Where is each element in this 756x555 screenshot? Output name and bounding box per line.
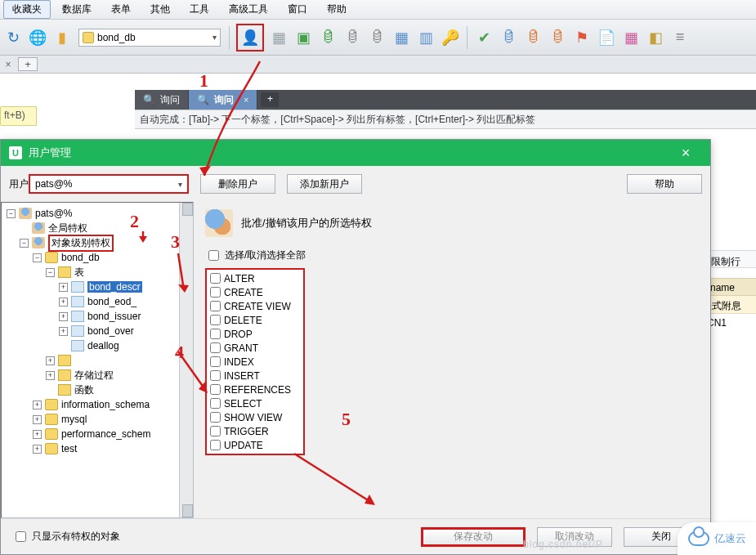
tree-table[interactable]: bond_issuer: [87, 311, 141, 322]
tree-db[interactable]: test: [61, 443, 77, 454]
query-tab-add[interactable]: +: [261, 92, 279, 107]
expand-toggle[interactable]: +: [33, 430, 42, 439]
tree-tables[interactable]: 表: [74, 266, 84, 280]
priv-item[interactable]: CREATE VIEW: [210, 299, 300, 313]
user-combobox[interactable]: pats@% ▾: [29, 174, 189, 194]
expand-toggle[interactable]: +: [59, 298, 68, 307]
only-priv-checkbox[interactable]: 只显示有特权的对象: [12, 529, 120, 544]
select-all-input[interactable]: [208, 250, 219, 261]
priv-item[interactable]: UPDATE: [210, 438, 300, 452]
expand-toggle[interactable]: +: [59, 283, 68, 292]
expand-toggle[interactable]: +: [33, 415, 42, 424]
expand-toggle[interactable]: +: [59, 312, 68, 321]
menu-tools[interactable]: 工具: [181, 1, 217, 18]
expand-toggle[interactable]: −: [7, 209, 16, 218]
panel-icon[interactable]: ◧: [646, 28, 665, 47]
menu-database[interactable]: 数据库: [54, 1, 100, 18]
object-tree[interactable]: −pats@% 全局特权 −对象级别特权 −bond_db −表 +bond_d…: [1, 202, 194, 518]
tree-db[interactable]: performance_schem: [61, 428, 150, 440]
priv-checkbox[interactable]: [210, 398, 221, 409]
query-tab-2[interactable]: 🔍 询问 ×: [189, 90, 257, 110]
priv-checkbox[interactable]: [210, 287, 221, 298]
add-user-button[interactable]: 添加新用户: [287, 174, 362, 194]
db-backup-icon[interactable]: 🛢: [342, 28, 362, 47]
calendar-icon[interactable]: ▦: [621, 28, 641, 47]
tree-global-priv[interactable]: 全局特权: [48, 222, 87, 235]
priv-item[interactable]: ALTER: [210, 271, 300, 285]
user-manager-button[interactable]: 👤: [236, 24, 264, 51]
export-icon[interactable]: ▣: [293, 28, 313, 47]
tree-db[interactable]: information_schema: [61, 399, 150, 410]
expand-toggle[interactable]: +: [46, 356, 55, 365]
priv-item[interactable]: DROP: [210, 327, 300, 341]
menu-other[interactable]: 其他: [142, 1, 178, 18]
tree-procs[interactable]: 存储过程: [74, 369, 114, 383]
only-priv-input[interactable]: [16, 531, 26, 542]
database-combobox[interactable]: bond_db ▾: [78, 29, 221, 47]
priv-checkbox[interactable]: [210, 315, 221, 325]
refresh-icon[interactable]: ↻: [3, 28, 23, 47]
design-icon[interactable]: ▥: [416, 28, 436, 47]
priv-checkbox[interactable]: [210, 329, 221, 339]
doc-icon[interactable]: 📄: [597, 28, 616, 47]
menu-favorites[interactable]: 收藏夹: [3, 0, 51, 19]
priv-checkbox[interactable]: [210, 301, 221, 311]
expand-toggle[interactable]: +: [33, 401, 42, 410]
save-button[interactable]: 保存改动: [421, 527, 526, 547]
sync-2-icon[interactable]: 🛢: [523, 28, 543, 47]
help-button[interactable]: 帮助: [627, 174, 702, 194]
tree-table[interactable]: bond_descr: [87, 281, 142, 293]
expand-toggle[interactable]: +: [59, 327, 68, 336]
priv-item[interactable]: CREATE: [210, 285, 300, 299]
tab-close-icon[interactable]: ×: [0, 59, 16, 70]
tree-root[interactable]: pats@%: [35, 208, 73, 219]
key-icon[interactable]: 🔑: [441, 28, 460, 47]
tree-table[interactable]: bond_over: [87, 325, 134, 337]
priv-item[interactable]: DELETE: [210, 313, 300, 327]
tree-table[interactable]: deallog: [87, 340, 119, 351]
priv-item[interactable]: TRIGGER: [210, 424, 300, 438]
tree-funcs[interactable]: 函数: [74, 383, 94, 397]
open-table-icon[interactable]: ▦: [269, 28, 289, 47]
globe-icon[interactable]: 🌐: [28, 28, 47, 47]
menu-window[interactable]: 窗口: [280, 1, 315, 18]
expand-toggle[interactable]: +: [46, 371, 55, 380]
db-import-icon[interactable]: 🛢: [318, 28, 338, 47]
tree-db[interactable]: mysql: [61, 414, 87, 425]
menu-advanced[interactable]: 高级工具: [221, 1, 276, 18]
expand-toggle[interactable]: −: [33, 253, 42, 262]
bookmark-icon[interactable]: ✔: [474, 28, 494, 47]
delete-user-button[interactable]: 删除用户: [200, 174, 275, 194]
priv-item[interactable]: INSERT: [210, 369, 300, 383]
priv-item[interactable]: SHOW VIEW: [210, 410, 300, 424]
grid-icon[interactable]: ▦: [391, 28, 411, 47]
menu-forms[interactable]: 表单: [103, 1, 139, 18]
priv-checkbox[interactable]: [210, 273, 221, 284]
sql-icon[interactable]: ▮: [52, 28, 72, 47]
priv-checkbox[interactable]: [210, 426, 221, 436]
priv-item[interactable]: SELECT: [210, 396, 300, 410]
priv-checkbox[interactable]: [210, 384, 221, 395]
select-all-checkbox[interactable]: 选择/取消选择全部: [205, 248, 700, 263]
expand-toggle[interactable]: +: [33, 445, 42, 454]
sync-3-icon[interactable]: 🛢: [548, 28, 567, 47]
tree-table[interactable]: bond_eod_: [87, 296, 136, 307]
priv-checkbox[interactable]: [210, 356, 221, 367]
menu-help[interactable]: 帮助: [319, 1, 355, 18]
priv-checkbox[interactable]: [210, 342, 221, 353]
flag-icon[interactable]: ⚑: [572, 28, 592, 47]
priv-item[interactable]: REFERENCES: [210, 383, 300, 396]
list-icon[interactable]: ≡: [670, 28, 690, 47]
db-restore-icon[interactable]: 🛢: [367, 28, 387, 47]
priv-item[interactable]: GRANT: [210, 341, 300, 355]
tab-close-icon[interactable]: ×: [244, 95, 248, 105]
expand-toggle[interactable]: −: [46, 268, 55, 277]
query-tab-1[interactable]: 🔍 询问: [135, 90, 189, 110]
sync-1-icon[interactable]: 🛢: [499, 28, 518, 47]
priv-item[interactable]: INDEX: [210, 355, 300, 369]
tab-add-button[interactable]: +: [18, 57, 38, 71]
tree-scrollbar[interactable]: [179, 203, 193, 517]
tree-db[interactable]: bond_db: [61, 252, 100, 263]
priv-checkbox[interactable]: [210, 412, 221, 423]
dialog-close-button[interactable]: ×: [669, 140, 702, 166]
